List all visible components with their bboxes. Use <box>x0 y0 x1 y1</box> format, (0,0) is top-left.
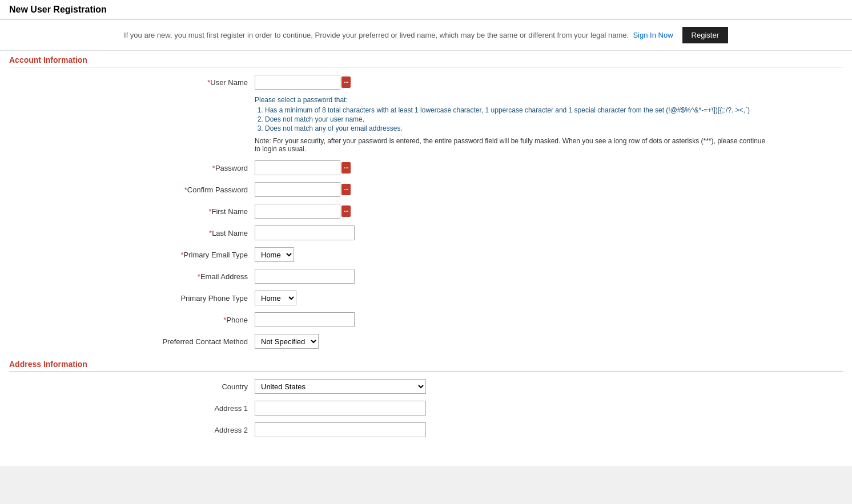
account-section: Account Information *User Name ··· Pleas… <box>9 51 843 349</box>
confirm-password-badge[interactable]: ··· <box>341 184 351 195</box>
preferred-contact-row: Preferred Contact Method Not Specified E… <box>9 333 843 349</box>
register-button[interactable]: Register <box>682 27 728 43</box>
first-name-input-group: ··· <box>255 204 351 219</box>
phone-label: *Phone <box>9 316 255 324</box>
password-rule-2: Does not match your user name. <box>265 115 769 123</box>
username-row: *User Name ··· <box>9 74 843 90</box>
sign-in-link[interactable]: Sign In Now <box>633 31 673 39</box>
password-input[interactable] <box>255 160 340 175</box>
username-badge[interactable]: ··· <box>341 76 351 88</box>
password-note: Note: For your security, after your pass… <box>255 137 769 153</box>
top-bar: If you are new, you must first register … <box>0 20 852 51</box>
page-title: New User Registration <box>9 5 107 14</box>
phone-type-label: Primary Phone Type <box>9 294 255 303</box>
password-row: *Password ··· <box>9 160 843 176</box>
password-badge[interactable]: ··· <box>341 162 351 174</box>
account-section-header: Account Information <box>9 51 843 67</box>
email-address-label: *Email Address <box>9 272 255 281</box>
phone-row: *Phone <box>9 312 843 328</box>
password-rules: Has a minimum of 8 total characters with… <box>255 106 769 132</box>
username-label: *User Name <box>9 78 255 87</box>
confirm-password-label: *Confirm Password <box>9 186 255 194</box>
address2-label: Address 2 <box>9 426 255 434</box>
address1-row: Address 1 <box>9 400 843 416</box>
country-label: Country <box>9 382 255 391</box>
page-header: New User Registration <box>0 0 852 20</box>
first-name-badge[interactable]: ··· <box>341 205 351 217</box>
confirm-password-input[interactable] <box>255 182 340 197</box>
email-address-input[interactable] <box>255 269 355 284</box>
confirm-password-input-group: ··· <box>255 182 351 197</box>
top-bar-info: If you are new, you must first register … <box>124 31 673 39</box>
last-name-row: *Last Name <box>9 225 843 241</box>
last-name-label: *Last Name <box>9 229 255 237</box>
confirm-password-row: *Confirm Password ··· <box>9 182 843 197</box>
address-section: Address Information Country United State… <box>9 355 843 438</box>
address2-input[interactable] <box>255 422 426 437</box>
email-type-select[interactable]: Home Work Other <box>255 247 294 262</box>
phone-input[interactable] <box>255 312 355 327</box>
last-name-input[interactable] <box>255 225 355 240</box>
password-input-group: ··· <box>255 160 351 175</box>
form-content: Account Information *User Name ··· Pleas… <box>0 51 852 466</box>
email-type-row: *Primary Email Type Home Work Other <box>9 247 843 263</box>
password-label: *Password <box>9 164 255 172</box>
address2-row: Address 2 <box>9 422 843 438</box>
first-name-row: *First Name ··· <box>9 203 843 219</box>
first-name-input[interactable] <box>255 204 340 219</box>
country-row: Country United States Canada Mexico Othe… <box>9 378 843 394</box>
email-address-row: *Email Address <box>9 268 843 284</box>
password-rule-1: Has a minimum of 8 total characters with… <box>265 106 769 114</box>
country-select[interactable]: United States Canada Mexico Other <box>255 379 426 394</box>
address1-input[interactable] <box>255 401 426 416</box>
preferred-contact-select[interactable]: Not Specified Email Phone Mail <box>255 334 319 349</box>
phone-type-row: Primary Phone Type Home Work Mobile Othe… <box>9 290 843 306</box>
preferred-contact-label: Preferred Contact Method <box>9 337 255 346</box>
email-type-label: *Primary Email Type <box>9 251 255 259</box>
phone-type-select[interactable]: Home Work Mobile Other <box>255 291 296 305</box>
first-name-label: *First Name <box>9 207 255 216</box>
password-info-block: Please select a password that: Has a min… <box>255 96 769 153</box>
address1-label: Address 1 <box>9 404 255 413</box>
password-rule-3: Does not match any of your email address… <box>265 124 769 132</box>
address-section-header: Address Information <box>9 355 843 372</box>
username-input-group: ··· <box>255 75 351 90</box>
username-input[interactable] <box>255 75 340 90</box>
